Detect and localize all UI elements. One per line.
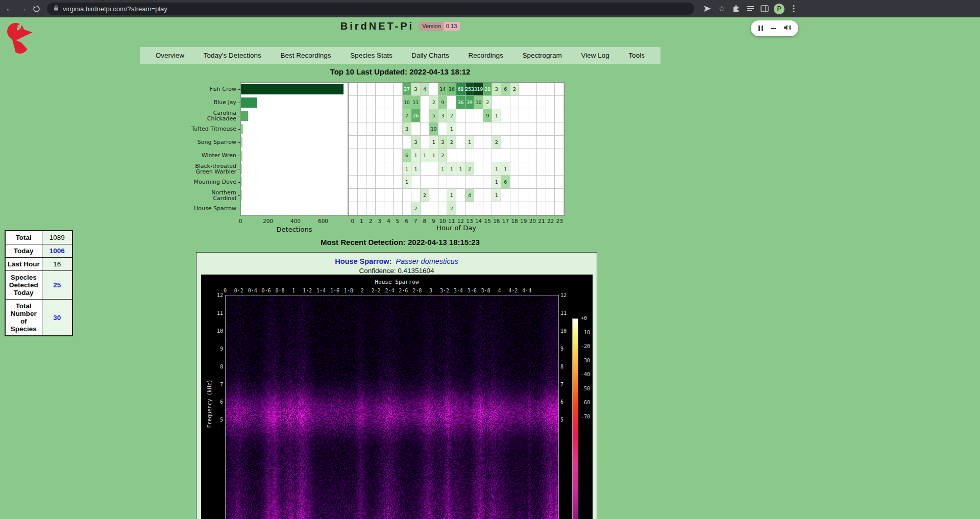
- heatmap-cell: [555, 136, 564, 149]
- bookmark-star-button[interactable]: ☆: [717, 4, 727, 14]
- heatmap-cell: [411, 189, 421, 202]
- heatmap-cell: [528, 202, 537, 215]
- heatmap-cell: 10: [403, 96, 412, 109]
- hour-tick-label: 5: [396, 218, 400, 224]
- speaker-icon: [783, 24, 792, 31]
- heatmap-cell: [501, 202, 510, 215]
- heatmap-cell: [519, 83, 528, 96]
- nav-daily-charts[interactable]: Daily Charts: [411, 52, 449, 59]
- back-button[interactable]: ←: [3, 4, 16, 14]
- heatmap-cell: 3: [438, 136, 448, 149]
- forward-button[interactable]: →: [16, 4, 30, 14]
- heatmap-cell: 10: [474, 96, 483, 109]
- table-row: Total Number of Species 30: [5, 300, 72, 336]
- heatmap-cell: [519, 189, 528, 202]
- nav-best-recordings[interactable]: Best Recordings: [280, 52, 331, 59]
- heatmap-cell: [358, 189, 367, 202]
- nav-view-log[interactable]: View Log: [581, 52, 609, 59]
- heatmap-cell: [546, 83, 555, 96]
- freq-tick-label: 12: [208, 292, 223, 298]
- nav-tools[interactable]: Tools: [629, 52, 645, 59]
- table-row: Species Detected Today 25: [5, 271, 72, 300]
- heatmap-cell: 1: [403, 162, 412, 176]
- heatmap-cell: [394, 149, 403, 162]
- nav-species-stats[interactable]: Species Stats: [350, 52, 393, 59]
- profile-avatar[interactable]: P: [774, 4, 785, 14]
- side-panel-button[interactable]: [760, 4, 770, 14]
- heatmap-cell: 2: [429, 96, 438, 109]
- heatmap-cell: [394, 162, 403, 176]
- heatmap-cell: [403, 189, 412, 202]
- heatmap-cell: [465, 122, 475, 136]
- heatmap-cell: 1: [447, 189, 456, 202]
- heatmap-cell: 68: [456, 83, 465, 96]
- detections-bar: [241, 137, 242, 147]
- nav-recordings[interactable]: Recordings: [469, 52, 503, 59]
- heatmap-cell: [474, 176, 483, 189]
- heatmap-cell: 11: [411, 96, 421, 109]
- stat-label-last-hour: Last Hour: [5, 258, 42, 271]
- heatmap-cell: [366, 122, 376, 136]
- stat-value-last-hour: 16: [42, 258, 72, 271]
- heatmap-cell: [376, 189, 385, 202]
- time-tick-label: 3·8: [481, 288, 490, 293]
- send-button[interactable]: [702, 4, 713, 14]
- time-tick-label: 2·8: [412, 288, 422, 293]
- stat-value-species-today[interactable]: 25: [42, 271, 72, 300]
- menu-button[interactable]: [789, 4, 799, 14]
- heatmap-cell: [546, 136, 555, 149]
- heatmap-cell: [421, 122, 430, 136]
- heatmap-cell: 2: [483, 96, 493, 109]
- heatmap-cell: [376, 136, 385, 149]
- heatmap-cell: [537, 136, 546, 149]
- species-label: Tufted Titmouse: [140, 122, 240, 136]
- freq-tick-label: 9: [208, 346, 223, 352]
- page-header: BirdNET-PiVersion0.13: [140, 20, 660, 32]
- heatmap-cell: [366, 189, 376, 202]
- species-label: Northern Cardinal: [140, 189, 240, 202]
- bar-axis-ticks: 0200400600: [240, 218, 348, 225]
- heatmap-cell: [456, 149, 465, 162]
- pause-button[interactable]: [757, 26, 764, 31]
- hour-tick-label: 10: [439, 218, 446, 224]
- heatmap-cell: [384, 109, 394, 122]
- heatmap-cell: [474, 202, 483, 215]
- reload-button[interactable]: [30, 5, 43, 13]
- heatmap-cell: 2: [438, 149, 448, 162]
- heatmap-cell: [465, 176, 475, 189]
- heatmap-cell: [384, 83, 394, 96]
- heatmap-cell: [376, 109, 385, 122]
- seek-dash-icon: [771, 28, 776, 29]
- heatmap-cell: 1: [411, 149, 421, 162]
- heatmap-cell: [519, 109, 528, 122]
- extensions-button[interactable]: [731, 4, 741, 14]
- speaker-button[interactable]: [783, 24, 792, 33]
- heatmap-cell: [555, 149, 564, 162]
- heatmap-cell: [555, 176, 564, 189]
- stat-value-total-species[interactable]: 30: [42, 300, 72, 336]
- heatmap-cell: [519, 136, 528, 149]
- heatmap-cell: [483, 176, 493, 189]
- heatmap-cell: [438, 189, 448, 202]
- hour-tick-label: 18: [511, 218, 518, 224]
- heatmap-cell: [394, 136, 403, 149]
- heatmap-cell: [421, 136, 430, 149]
- heatmap-cell: [366, 96, 376, 109]
- heatmap-cell: [537, 202, 546, 215]
- time-tick-label: 0·4: [248, 288, 257, 293]
- heatmap-cell: [394, 109, 403, 122]
- stat-value-today[interactable]: 1006: [42, 244, 72, 258]
- address-bar[interactable]: virginia.birdnetpi.com/?stream=play: [47, 3, 694, 15]
- reading-list-button[interactable]: [745, 4, 755, 14]
- nav-spectrogram[interactable]: Spectrogram: [523, 52, 562, 59]
- heatmap-cell: 1: [492, 162, 501, 176]
- bar-tick-label: 600: [318, 218, 328, 224]
- heatmap-cell: 1: [447, 162, 456, 176]
- nav-overview[interactable]: Overview: [156, 52, 184, 59]
- heatmap-cell: 16: [447, 83, 456, 96]
- detection-species-link[interactable]: House Sparrow:: [335, 257, 391, 265]
- freq-tick-label: 11: [208, 310, 223, 316]
- nav-todays-detections[interactable]: Today's Detections: [204, 52, 261, 59]
- hour-tick-label: 17: [502, 218, 509, 224]
- heatmap-cell: [483, 202, 493, 215]
